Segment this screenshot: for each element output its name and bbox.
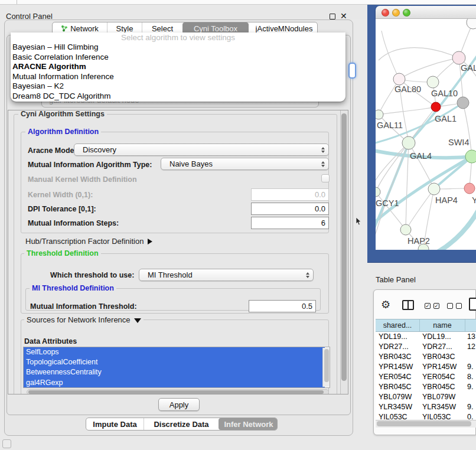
node-label-hap2: HAP2	[407, 236, 430, 246]
dpi-tolerance-input[interactable]	[251, 203, 329, 215]
column-header-name[interactable]: name	[420, 319, 465, 331]
network-edge	[376, 192, 406, 230]
attribute-item-gal4rgexp[interactable]: gal4RGexp	[24, 378, 325, 388]
settings-scrollbar-thumb[interactable]	[341, 113, 347, 381]
network-node-gal4[interactable]	[402, 136, 415, 149]
select-all-checkbox-icon[interactable]: ✓	[433, 303, 439, 309]
table-rows: YDL19...YDL19...13YDR27...YDR27...12YBR0…	[376, 332, 476, 420]
node-label-y: Y	[472, 195, 476, 205]
algorithm-definition-title: Algorithm Definition	[25, 128, 101, 136]
mi-threshold-input[interactable]	[249, 300, 316, 312]
table-row[interactable]: YIL053CYIL053C0.	[376, 412, 476, 420]
table-row[interactable]: YPR145WYPR145W9.	[376, 362, 476, 372]
attribute-item-selfloops[interactable]: SelfLoops	[24, 347, 325, 357]
toolbar-divider	[17, 0, 17, 4]
network-node[interactable]	[457, 97, 469, 109]
table-cell: YIL053C	[419, 412, 464, 420]
table-row[interactable]: YBL079WYBL079W	[376, 392, 476, 402]
column-header-clipped[interactable]	[465, 319, 476, 331]
table-cell: YBR045C	[376, 382, 419, 392]
attributes-scrollbar-thumb[interactable]	[324, 349, 329, 382]
table-cell: 8.	[464, 372, 476, 382]
table-row[interactable]: YER054CYER054C8.	[376, 372, 476, 382]
sources-group-title[interactable]: Sources for Network Inference	[24, 316, 144, 324]
network-edge	[463, 103, 472, 156]
mi-threshold-group-title: MI Threshold Definition	[30, 285, 116, 292]
table-cell: YER054C	[376, 372, 419, 382]
deselect-all-checkbox-icon[interactable]	[456, 303, 462, 309]
table-cell: YER054C	[419, 372, 464, 382]
minimize-traffic-light[interactable]	[392, 9, 400, 17]
algorithm-option-bayesian-k2[interactable]: Bayesian – K2	[11, 81, 345, 92]
network-node[interactable]	[467, 19, 476, 29]
network-node-hap4[interactable]	[428, 183, 440, 195]
table-cell: 12	[464, 342, 476, 352]
minimized-panel-icon[interactable]	[2, 439, 11, 448]
network-edge	[436, 209, 476, 250]
column-header-shared[interactable]: shared...	[376, 319, 420, 331]
attribute-item-topologicalcoefficient[interactable]: TopologicalCoefficient	[24, 357, 325, 367]
algorithm-option-aracne-algorithm[interactable]: ARACNE Algorithm	[11, 62, 345, 72]
mi-steps-input[interactable]	[251, 217, 329, 229]
table-cell: YPR145W	[419, 362, 464, 372]
bottom-tab-infer-network[interactable]: Infer Network	[219, 418, 278, 430]
data-attributes-list[interactable]: SelfLoopsTopologicalCoefficientBetweenne…	[23, 347, 330, 388]
mi-algorithm-type-combo[interactable]: Naive Bayes	[161, 158, 329, 170]
network-edge	[382, 31, 399, 79]
sources-title-text: Sources for Network Inference	[27, 315, 131, 324]
algorithm-option-basic-correlation-inference[interactable]: Basic Correlation Inference	[11, 53, 345, 63]
close-traffic-light[interactable]	[382, 9, 389, 17]
table-row[interactable]: YLR345WYLR345W9.	[376, 402, 476, 412]
network-node-gal11[interactable]	[376, 110, 383, 119]
split-columns-icon[interactable]	[402, 300, 414, 310]
table-row[interactable]: YDR27...YDR27...12	[376, 342, 476, 352]
mi-algorithm-type-value: Naive Bayes	[169, 158, 213, 169]
table-cell: 9.	[464, 362, 476, 372]
network-node-gal80[interactable]	[393, 73, 405, 85]
bottom-tab-discretize-data[interactable]: Discretize Data	[144, 418, 219, 430]
network-node-gal[interactable]	[452, 51, 465, 64]
attributes-list-scrollbar[interactable]	[322, 348, 330, 387]
node-label-gal4: GAL4	[410, 151, 432, 161]
hub-definition-toggle[interactable]: Hub/Transcription Factor Definition	[25, 237, 152, 246]
which-threshold-combo[interactable]: MI Threshold	[139, 269, 314, 281]
algorithm-dropdown[interactable]: Select algorithm to view settings Bayesi…	[11, 32, 345, 102]
horizontal-scrollbar-thumb[interactable]	[28, 390, 324, 394]
aracne-mode-combo[interactable]: Discovery	[74, 144, 329, 156]
bottom-tab-impute-data[interactable]: Impute Data	[86, 418, 144, 430]
settings-horizontal-scrollbar[interactable]	[27, 389, 329, 394]
kernel-width-input[interactable]	[251, 188, 329, 201]
stepper-arrows-icon	[306, 272, 309, 278]
network-window-titlebar[interactable]	[376, 6, 476, 19]
zoom-traffic-light[interactable]	[403, 9, 410, 17]
select-all-checkbox-icon[interactable]: ✓	[425, 303, 431, 309]
algorithm-option-bayesian-hill-climbing[interactable]: Bayesian – Hill Climbing	[11, 43, 345, 53]
network-node-hap2[interactable]	[400, 224, 411, 235]
network-node-gal1[interactable]	[431, 102, 441, 112]
deselect-all-checkbox-icon[interactable]	[447, 303, 453, 309]
node-label-gal11: GAL11	[377, 120, 403, 130]
network-icon	[61, 25, 68, 32]
network-node-y[interactable]	[464, 183, 475, 194]
apply-button[interactable]: Apply	[158, 398, 200, 411]
stepper-arrows-icon	[321, 161, 325, 167]
algorithm-option-mutual-information-inference[interactable]: Mutual Information Inference	[11, 72, 345, 82]
collapse-down-arrow-icon	[134, 318, 141, 323]
table-row[interactable]: YDL19...YDL19...13	[376, 332, 476, 342]
table-cell	[464, 352, 476, 362]
tab-label: Style	[116, 24, 133, 33]
table-scrollbar-thumb[interactable]	[377, 421, 471, 426]
document-icon[interactable]	[469, 298, 476, 311]
gear-icon[interactable]: ⚙	[381, 299, 390, 311]
attribute-item-betweennesscentrality[interactable]: BetweennessCentrality	[24, 367, 325, 377]
algorithm-option-dream8-dc-tdc-algorithm[interactable]: Dream8 DC_TDC Algorithm	[11, 92, 345, 102]
table-row[interactable]: YBR043CYBR043C	[376, 352, 476, 362]
network-node-gcy1[interactable]	[376, 187, 380, 197]
network-node-swi4[interactable]	[465, 150, 476, 163]
float-window-icon[interactable]	[330, 14, 335, 19]
network-canvas[interactable]: GALGAL80GAL10GAL1GAL11GAL4SWI4GCY1HAP4YH…	[376, 19, 476, 250]
manual-kernel-checkbox[interactable]	[321, 174, 330, 182]
node-label-hap4: HAP4	[435, 195, 458, 205]
network-node-gal10[interactable]	[427, 76, 439, 88]
table-row[interactable]: YBR045CYBR045C9.	[376, 382, 476, 392]
